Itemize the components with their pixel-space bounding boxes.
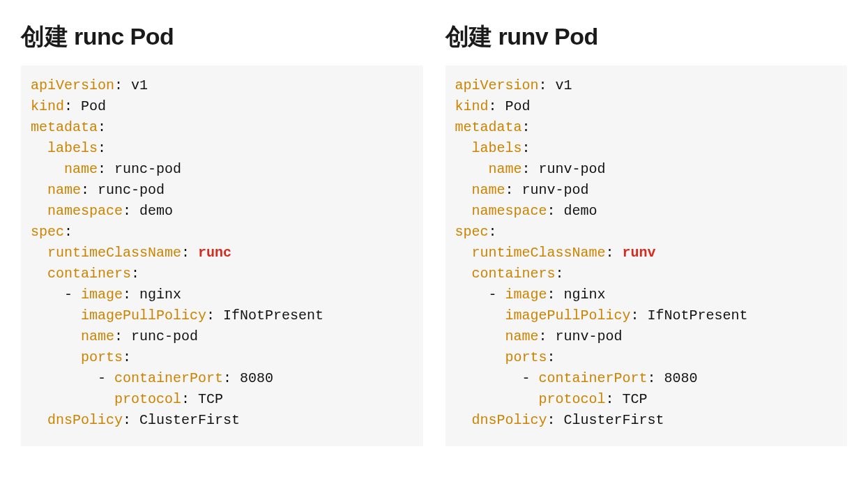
key-ports: ports (81, 349, 123, 365)
highlight-runtimeclass: runv (623, 245, 656, 261)
key-containers: containers (47, 266, 131, 282)
colon: : (631, 307, 639, 324)
colon: : (64, 98, 73, 114)
colon: : (606, 245, 614, 261)
value-apiVersion: v1 (556, 77, 572, 93)
colon: : (522, 161, 531, 177)
left-codeblock: apiVersion: v1 kind: Pod metadata: label… (21, 66, 423, 446)
colon: : (522, 140, 531, 156)
dash-icon: - (522, 370, 531, 386)
colon: : (547, 287, 556, 303)
value-name: runc-pod (98, 182, 165, 198)
dash-icon: - (64, 287, 73, 303)
key-dnsPolicy: dnsPolicy (472, 412, 547, 428)
colon: : (123, 287, 131, 303)
right-column: 创建 runv Pod apiVersion: v1 kind: Pod met… (446, 21, 848, 446)
colon: : (505, 182, 514, 198)
colon: : (547, 203, 556, 219)
dash-icon: - (98, 370, 106, 386)
colon: : (98, 161, 106, 177)
value-kind: Pod (81, 98, 106, 114)
key-namespace: namespace (47, 203, 123, 219)
value-namespace: demo (564, 203, 597, 219)
key-labels-name: name (489, 161, 522, 177)
colon: : (181, 245, 190, 261)
value-apiVersion: v1 (131, 77, 148, 93)
colon: : (64, 224, 73, 240)
value-namespace: demo (139, 203, 173, 219)
key-imagePullPolicy: imagePullPolicy (505, 307, 631, 324)
right-heading: 创建 runv Pod (446, 21, 848, 53)
key-containerPort: containerPort (539, 370, 648, 386)
key-apiVersion: apiVersion (455, 77, 539, 93)
left-column: 创建 runc Pod apiVersion: v1 kind: Pod met… (21, 21, 423, 446)
key-runtimeClassName: runtimeClassName (472, 245, 606, 261)
key-name: name (472, 182, 505, 198)
value-name: runv-pod (522, 182, 589, 198)
value-containerPort: 8080 (240, 370, 273, 386)
value-image: nginx (564, 287, 606, 303)
key-protocol: protocol (539, 391, 606, 407)
colon: : (547, 349, 556, 365)
key-container-name: name (505, 328, 539, 344)
colon: : (123, 349, 131, 365)
colon: : (114, 77, 123, 93)
key-containerPort: containerPort (114, 370, 223, 386)
dash-icon: - (489, 287, 497, 303)
key-image: image (81, 287, 123, 303)
value-labels-name: runc-pod (114, 161, 181, 177)
colon: : (98, 119, 106, 135)
key-image: image (505, 287, 547, 303)
colon: : (114, 328, 123, 344)
value-container-name: runc-pod (131, 328, 198, 344)
colon: : (123, 203, 131, 219)
key-metadata: metadata (455, 119, 522, 135)
value-kind: Pod (505, 98, 531, 114)
value-labels-name: runv-pod (539, 161, 606, 177)
value-protocol: TCP (198, 391, 223, 407)
highlight-runtimeclass: runc (198, 245, 231, 261)
colon: : (648, 370, 656, 386)
value-imagePullPolicy: IfNotPresent (648, 307, 748, 324)
value-imagePullPolicy: IfNotPresent (223, 307, 323, 324)
colon: : (131, 266, 139, 282)
colon: : (489, 98, 497, 114)
two-column-layout: 创建 runc Pod apiVersion: v1 kind: Pod met… (21, 21, 847, 446)
key-containers: containers (472, 266, 556, 282)
value-containerPort: 8080 (664, 370, 698, 386)
key-dnsPolicy: dnsPolicy (47, 412, 123, 428)
key-namespace: namespace (472, 203, 547, 219)
colon: : (98, 140, 106, 156)
value-image: nginx (139, 287, 181, 303)
key-protocol: protocol (114, 391, 181, 407)
colon: : (123, 412, 131, 428)
key-container-name: name (81, 328, 114, 344)
key-labels-name: name (64, 161, 98, 177)
colon: : (547, 412, 556, 428)
key-imagePullPolicy: imagePullPolicy (81, 307, 206, 324)
colon: : (181, 391, 190, 407)
key-spec: spec (31, 224, 64, 240)
key-labels: labels (47, 140, 98, 156)
value-protocol: TCP (623, 391, 648, 407)
value-container-name: runv-pod (556, 328, 623, 344)
key-kind: kind (455, 98, 489, 114)
colon: : (539, 328, 547, 344)
key-spec: spec (455, 224, 489, 240)
key-kind: kind (31, 98, 64, 114)
key-name: name (47, 182, 81, 198)
key-apiVersion: apiVersion (31, 77, 114, 93)
key-labels: labels (472, 140, 522, 156)
value-dnsPolicy: ClusterFirst (139, 412, 240, 428)
right-codeblock: apiVersion: v1 kind: Pod metadata: label… (446, 66, 848, 446)
key-ports: ports (505, 349, 547, 365)
colon: : (223, 370, 231, 386)
colon: : (522, 119, 531, 135)
key-metadata: metadata (31, 119, 98, 135)
key-runtimeClassName: runtimeClassName (47, 245, 181, 261)
colon: : (539, 77, 547, 93)
colon: : (606, 391, 614, 407)
value-dnsPolicy: ClusterFirst (564, 412, 664, 428)
colon: : (556, 266, 564, 282)
colon: : (81, 182, 89, 198)
